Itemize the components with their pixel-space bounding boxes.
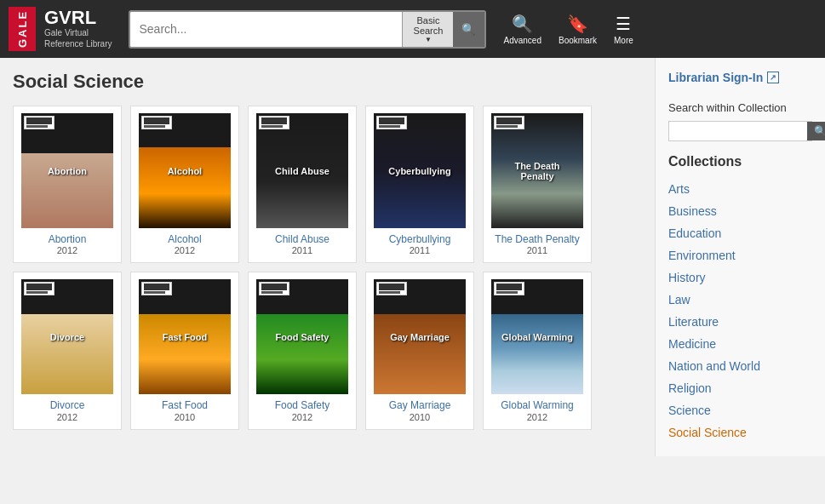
publisher-badge [376, 282, 407, 295]
book-year: 2012 [57, 245, 77, 255]
sidebar-item-nation-and-world[interactable]: Nation and World [668, 355, 812, 377]
book-cover: Food Safety [256, 279, 348, 394]
book-cover: Cyberbullying [374, 113, 466, 228]
sidebar-item-science[interactable]: Science [668, 399, 812, 421]
collection-search-button[interactable]: 🔍 [807, 122, 825, 140]
sidebar-item-history[interactable]: History [668, 266, 812, 289]
book-card[interactable]: Gay Marriage Gay Marriage 2010 [365, 272, 474, 429]
sidebar-item-business[interactable]: Business [668, 200, 812, 222]
search-type-button[interactable]: Basic Search ▼ [402, 12, 453, 47]
publisher-badge [24, 282, 54, 295]
main-content: Social Science Abortion Abortion 2012 Al… [0, 58, 825, 456]
collection-link[interactable]: Social Science [668, 426, 747, 439]
advanced-button[interactable]: 🔍 Advanced [503, 14, 541, 45]
book-title: Divorce [50, 399, 85, 411]
book-year: 2011 [410, 245, 430, 255]
book-cover: Global Warming [491, 279, 583, 394]
cover-title-text: Gay Marriage [378, 329, 461, 346]
book-card[interactable]: Fast Food Fast Food 2010 [130, 272, 239, 429]
sidebar-item-religion[interactable]: Religion [668, 377, 812, 399]
cover-title-text: The Death Penalty [496, 158, 578, 185]
book-title: The Death Penalty [495, 233, 579, 245]
search-input[interactable] [130, 12, 402, 47]
book-year: 2012 [527, 412, 547, 422]
book-year: 2011 [527, 245, 547, 255]
book-card[interactable]: Global Warming Global Warming 2012 [483, 272, 592, 429]
bookmark-icon: 🔖 [567, 14, 588, 34]
book-cover: Fast Food [139, 279, 231, 394]
cover-title-text: Global Warming [496, 329, 578, 346]
collections-title: Collections [668, 154, 812, 169]
collection-search: 🔍 [668, 121, 812, 141]
sidebar-item-medicine[interactable]: Medicine [668, 333, 812, 355]
book-title: Child Abuse [275, 233, 329, 245]
book-cover: Abortion [21, 113, 113, 228]
book-year: 2010 [410, 412, 430, 422]
signin-box-icon: ↗ [767, 72, 779, 83]
collection-search-input[interactable] [669, 122, 807, 140]
book-cover: Child Abuse [256, 113, 348, 228]
book-cover: Gay Marriage [374, 279, 466, 394]
collection-link[interactable]: Nation and World [668, 359, 760, 373]
book-card[interactable]: Cyberbullying Cyberbullying 2011 [365, 106, 474, 263]
sidebar-item-environment[interactable]: Environment [668, 244, 812, 266]
book-card[interactable]: Abortion Abortion 2012 [13, 106, 122, 263]
more-button[interactable]: ☰ More [614, 14, 633, 45]
book-year: 2012 [175, 245, 195, 255]
book-cover: The Death Penalty [491, 113, 583, 228]
librarian-signin-link[interactable]: Librarian Sign-In ↗ [668, 71, 812, 84]
header-actions: 🔍 Advanced 🔖 Bookmark ☰ More [503, 14, 633, 45]
publisher-badge [494, 116, 524, 129]
book-year: 2012 [57, 412, 77, 422]
publisher-badge [24, 116, 54, 129]
collection-link[interactable]: History [668, 271, 706, 284]
search-bar: Basic Search ▼ 🔍 [129, 10, 486, 49]
cover-title-text: Abortion [26, 163, 108, 180]
more-icon: ☰ [616, 14, 631, 34]
collection-link[interactable]: Education [668, 226, 721, 240]
collection-link[interactable]: Literature [668, 315, 719, 329]
book-title: Global Warming [501, 399, 574, 411]
sidebar-item-law[interactable]: Law [668, 289, 812, 311]
collection-link[interactable]: Religion [668, 381, 712, 395]
search-collection-label: Search within Collection [668, 101, 812, 114]
book-title: Gay Marriage [389, 399, 451, 411]
book-title: Fast Food [162, 399, 208, 411]
gale-logo: GALE [9, 7, 36, 51]
cover-title-text: Food Safety [261, 329, 343, 346]
sidebar-item-social-science[interactable]: Social Science [668, 421, 812, 444]
book-card[interactable]: Child Abuse Child Abuse 2011 [248, 106, 357, 263]
book-card[interactable]: Divorce Divorce 2012 [13, 272, 122, 429]
publisher-badge [259, 116, 289, 129]
collection-link[interactable]: Science [668, 404, 711, 417]
book-title: Cyberbullying [389, 233, 451, 245]
books-grid: Abortion Abortion 2012 Alcohol Alcohol 2… [13, 106, 642, 430]
book-cover: Alcohol [139, 113, 231, 228]
collection-link[interactable]: Arts [668, 182, 690, 196]
book-card[interactable]: The Death Penalty The Death Penalty 2011 [483, 106, 592, 263]
gvrl-subtitle: Gale Virtual Reference Library [44, 27, 112, 49]
collection-link[interactable]: Law [668, 293, 690, 306]
book-card[interactable]: Alcohol Alcohol 2012 [130, 106, 239, 263]
sidebar-item-arts[interactable]: Arts [668, 178, 812, 200]
gvrl-title: GVRL [44, 9, 112, 27]
cover-title-text: Alcohol [143, 163, 226, 180]
book-year: 2010 [175, 412, 195, 422]
header: GALE GVRL Gale Virtual Reference Library… [0, 0, 825, 58]
publisher-badge [259, 282, 289, 295]
bookmark-button[interactable]: 🔖 Bookmark [559, 14, 597, 45]
cover-title-text: Cyberbullying [378, 163, 461, 180]
sidebar: Librarian Sign-In ↗ Search within Collec… [655, 58, 825, 456]
collection-link[interactable]: Medicine [668, 337, 716, 351]
collection-link[interactable]: Environment [668, 249, 736, 262]
cover-title-text: Divorce [26, 329, 108, 346]
publisher-badge [376, 116, 407, 129]
search-submit-button[interactable]: 🔍 [453, 12, 484, 47]
collection-link[interactable]: Business [668, 204, 717, 218]
book-year: 2011 [292, 245, 312, 255]
sidebar-item-literature[interactable]: Literature [668, 311, 812, 333]
sidebar-item-education[interactable]: Education [668, 222, 812, 244]
book-card[interactable]: Food Safety Food Safety 2012 [248, 272, 357, 429]
dropdown-arrow-icon: ▼ [425, 36, 432, 43]
collection-list: ArtsBusinessEducationEnvironmentHistoryL… [668, 178, 812, 444]
